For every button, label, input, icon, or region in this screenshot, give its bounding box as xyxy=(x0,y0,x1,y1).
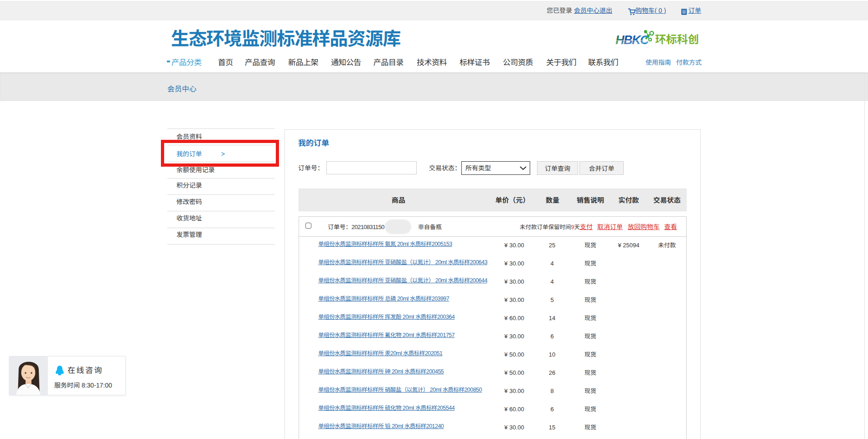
svg-text:环标科创: 环标科创 xyxy=(655,31,699,46)
svg-text:HBKC: HBKC xyxy=(615,33,649,47)
